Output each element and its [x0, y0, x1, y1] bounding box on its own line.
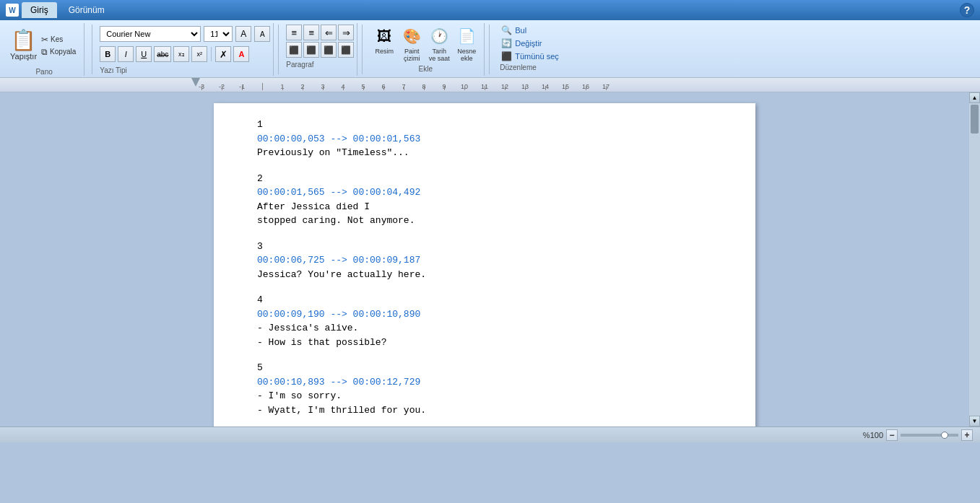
ruler-mark: 11 — [474, 78, 495, 90]
kes-label: Kes — [51, 35, 63, 43]
para-row2: ⬛ ⬛ ⬛ ⬛ — [286, 42, 354, 58]
duz-buttons: 🔍 Bul 🔄 Değiştir ⬛ Tümünü seç — [500, 25, 560, 62]
subtitle-text-2b: stopped caring. Not anymore. — [257, 214, 712, 228]
underline-button[interactable]: U — [136, 46, 152, 62]
subtitle-num-1: 1 — [257, 118, 712, 132]
list-bullet-button[interactable]: ≡ — [286, 25, 302, 40]
document-page[interactable]: 1 00:00:00,053 --> 00:00:01,563 Previous… — [214, 103, 755, 427]
tab-giris[interactable]: Giriş — [22, 2, 57, 18]
replace-icon: 🔄 — [501, 38, 512, 48]
subscript-button[interactable]: x₂ — [173, 46, 189, 62]
subtitle-block-3: 3 00:00:06,725 --> 00:00:09,187 Jessica?… — [257, 240, 712, 282]
ribbon-row1: 📋 Yapıştır ✂ Kes ⧉ Kopyala Pano — [0, 20, 980, 77]
subtitle-time-5: 00:00:10,893 --> 00:00:12,729 — [257, 375, 712, 390]
scroll-track[interactable] — [969, 103, 980, 416]
image-icon: 🖼 — [373, 25, 396, 48]
tumunu-sec-button[interactable]: ⬛ Tümünü seç — [500, 51, 560, 62]
list-number-button[interactable]: ≡ — [303, 25, 319, 40]
zoom-slider[interactable] — [901, 434, 958, 437]
scroll-up-button[interactable]: ▲ — [969, 92, 980, 103]
vertical-scrollbar[interactable]: ▲ ▼ — [969, 92, 980, 427]
scroll-thumb[interactable] — [971, 105, 979, 134]
ruler-mark: 16 — [576, 78, 596, 90]
paint-button[interactable]: 🎨 Paint çizimi — [400, 25, 423, 62]
align-justify-button[interactable]: ⬛ — [338, 42, 354, 58]
subtitle-text-5b: - Wyatt, I'm thrilled for you. — [257, 403, 712, 418]
format-row: B I U abc x₂ x² ✗ A — [100, 45, 270, 64]
superscript-button[interactable]: x² — [191, 46, 207, 62]
resim-label: Resim — [375, 48, 394, 55]
subtitle-text-4b: - How is that possible? — [257, 336, 712, 350]
kopyala-button[interactable]: ⧉ Kopyala — [39, 46, 78, 58]
yazıtipi-label: Yazı Tipi — [100, 65, 270, 74]
pano-label: Pano — [35, 66, 52, 76]
paragraf-label: Paragraf — [286, 59, 354, 69]
copy-icon: ⧉ — [41, 47, 48, 57]
yazıtipi-group: Courier New 11 A A B I U abc x₂ x² ✗ A Y… — [97, 23, 274, 76]
yapistir-button[interactable]: 📋 Yapıştır — [10, 30, 37, 61]
kopyala-label: Kopyala — [50, 48, 76, 56]
document-content[interactable]: 1 00:00:00,053 --> 00:00:01,563 Previous… — [257, 118, 712, 427]
font-size-select[interactable]: 11 — [204, 26, 233, 42]
app-icon: W — [6, 4, 19, 17]
select-all-icon: ⬛ — [501, 51, 512, 61]
align-center-button[interactable]: ⬛ — [303, 42, 319, 58]
subtitle-block-4: 4 00:00:09,190 --> 00:00:10,890 - Jessic… — [257, 293, 712, 349]
para-row1: ≡ ≡ ⇐ ⇒ — [286, 25, 354, 40]
status-bar: %100 − + — [0, 427, 980, 442]
ruler-inner: -3 -2 -1 1 2 3 4 5 6 7 8 9 10 11 12 13 1… — [0, 78, 616, 92]
ruler-mark: 10 — [454, 78, 474, 90]
ruler-mark — [252, 78, 272, 90]
zoom-slider-thumb[interactable] — [941, 432, 948, 439]
tarih-button[interactable]: 🕐 Tarih ve saat — [428, 25, 451, 62]
ekle-buttons: 🖼 Resim 🎨 Paint çizimi 🕐 Tarih ve saat 📄… — [373, 25, 478, 62]
ruler-mark: 8 — [414, 78, 434, 90]
strikethrough-button[interactable]: abc — [154, 46, 171, 62]
font-name-select[interactable]: Courier New — [100, 26, 201, 42]
ruler-mark: 15 — [555, 78, 576, 90]
tab-gorunum[interactable]: Görünüm — [60, 2, 113, 18]
subtitle-text-4a: - Jessica's alive. — [257, 321, 712, 336]
scroll-down-button[interactable]: ▼ — [969, 416, 980, 427]
subtitle-time-1: 00:00:00,053 --> 00:00:01,563 — [257, 132, 712, 146]
degistir-button[interactable]: 🔄 Değiştir — [500, 38, 560, 49]
decrease-indent-button[interactable]: ⇐ — [321, 25, 337, 40]
align-left-button[interactable]: ⬛ — [286, 42, 302, 58]
ruler-mark: 6 — [373, 78, 394, 90]
ruler: -3 -2 -1 1 2 3 4 5 6 7 8 9 10 11 12 13 1… — [0, 78, 980, 92]
bul-button[interactable]: 🔍 Bul — [500, 25, 560, 36]
subtitle-time-3: 00:00:06,725 --> 00:00:09,187 — [257, 253, 712, 268]
subtitle-num-3: 3 — [257, 240, 712, 254]
paste-icon: 📋 — [11, 30, 36, 51]
nesne-button[interactable]: 📄 Nesne ekle — [455, 25, 478, 62]
subtitle-time-2: 00:00:01,565 --> 00:00:04,492 — [257, 185, 712, 200]
zoom-out-button[interactable]: − — [886, 429, 898, 441]
shrink-font-button[interactable]: A — [254, 26, 270, 42]
ruler-mark: -3 — [191, 78, 212, 90]
duzenleme-group: 🔍 Bul 🔄 Değiştir ⬛ Tümünü seç Düzenleme — [494, 23, 566, 76]
ekle-label: Ekle — [419, 64, 433, 73]
bold-button[interactable]: B — [100, 46, 116, 62]
yapistir-label: Yapıştır — [10, 52, 37, 61]
help-icon[interactable]: ? — [960, 3, 974, 17]
subtitle-text-2a: After Jessica died I — [257, 200, 712, 214]
clear-format-button[interactable]: ✗ — [215, 46, 231, 62]
kes-button[interactable]: ✂ Kes — [39, 34, 78, 45]
increase-indent-button[interactable]: ⇒ — [338, 25, 354, 40]
font-color-button[interactable]: A — [233, 46, 249, 62]
ruler-mark: -1 — [232, 78, 252, 90]
resim-button[interactable]: 🖼 Resim — [373, 25, 396, 62]
pano-group: 📋 Yapıştır ✂ Kes ⧉ Kopyala Pano — [4, 23, 84, 76]
duzenleme-label: Düzenleme — [500, 62, 560, 71]
ruler-mark: 14 — [535, 78, 555, 90]
ruler-mark: 3 — [313, 78, 333, 90]
grow-font-button[interactable]: A — [235, 26, 251, 42]
ruler-mark: 1 — [272, 78, 292, 90]
paint-icon: 🎨 — [400, 25, 423, 48]
zoom-in-button[interactable]: + — [961, 429, 973, 441]
align-right-button[interactable]: ⬛ — [321, 42, 337, 58]
page-wrapper[interactable]: 1 00:00:00,053 --> 00:00:01,563 Previous… — [0, 92, 969, 427]
ruler-mark: 7 — [394, 78, 414, 90]
ekle-group: 🖼 Resim 🎨 Paint çizimi 🕐 Tarih ve saat 📄… — [367, 23, 485, 76]
italic-button[interactable]: I — [118, 46, 134, 62]
